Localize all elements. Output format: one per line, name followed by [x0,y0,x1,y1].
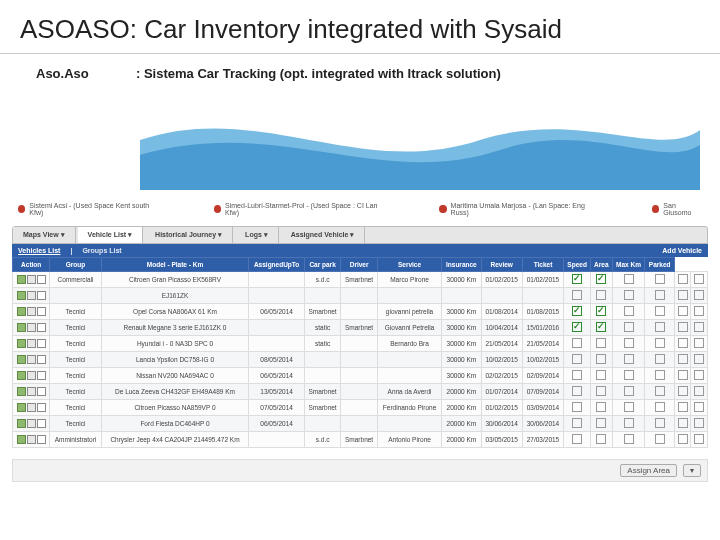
tab-logs-[interactable]: Logs ▾ [235,227,279,243]
checkbox-icon[interactable] [694,402,704,412]
delete-icon[interactable] [27,355,36,364]
edit-icon[interactable] [17,323,26,332]
view-icon[interactable] [37,323,46,332]
edit-icon[interactable] [17,419,26,428]
checkbox-icon[interactable] [572,338,582,348]
checkbox-icon[interactable] [572,274,582,284]
checkbox-icon[interactable] [596,370,606,380]
delete-icon[interactable] [27,291,36,300]
subnav-groups-list[interactable]: Groups List [82,247,121,254]
checkbox-icon[interactable] [678,418,688,428]
checkbox-icon[interactable] [596,322,606,332]
checkbox-icon[interactable] [678,290,688,300]
checkbox-icon[interactable] [678,434,688,444]
delete-icon[interactable] [27,323,36,332]
delete-icon[interactable] [27,435,36,444]
checkbox-icon[interactable] [655,418,665,428]
edit-icon[interactable] [17,387,26,396]
view-icon[interactable] [37,339,46,348]
checkbox-icon[interactable] [624,290,634,300]
checkbox-icon[interactable] [624,402,634,412]
edit-icon[interactable] [17,371,26,380]
tab-maps-view-[interactable]: Maps View ▾ [13,227,76,243]
checkbox-icon[interactable] [678,370,688,380]
checkbox-icon[interactable] [624,418,634,428]
delete-icon[interactable] [27,403,36,412]
checkbox-icon[interactable] [596,290,606,300]
checkbox-icon[interactable] [572,386,582,396]
checkbox-icon[interactable] [624,274,634,284]
view-icon[interactable] [37,275,46,284]
checkbox-icon[interactable] [694,370,704,380]
assign-area-button[interactable]: Assign Area [620,464,677,477]
assign-area-dropdown[interactable]: ▾ [683,464,701,477]
view-icon[interactable] [37,387,46,396]
checkbox-icon[interactable] [655,338,665,348]
view-icon[interactable] [37,403,46,412]
checkbox-icon[interactable] [678,322,688,332]
delete-icon[interactable] [27,387,36,396]
checkbox-icon[interactable] [694,418,704,428]
checkbox-icon[interactable] [596,386,606,396]
edit-icon[interactable] [17,355,26,364]
checkbox-icon[interactable] [694,306,704,316]
edit-icon[interactable] [17,307,26,316]
delete-icon[interactable] [27,371,36,380]
checkbox-icon[interactable] [678,274,688,284]
checkbox-icon[interactable] [596,402,606,412]
checkbox-icon[interactable] [572,290,582,300]
checkbox-icon[interactable] [678,354,688,364]
view-icon[interactable] [37,371,46,380]
checkbox-icon[interactable] [572,418,582,428]
checkbox-icon[interactable] [596,274,606,284]
checkbox-icon[interactable] [678,402,688,412]
checkbox-icon[interactable] [596,306,606,316]
checkbox-icon[interactable] [655,354,665,364]
view-icon[interactable] [37,307,46,316]
checkbox-icon[interactable] [596,354,606,364]
checkbox-icon[interactable] [572,322,582,332]
delete-icon[interactable] [27,419,36,428]
view-icon[interactable] [37,435,46,444]
tab-historical-journey-[interactable]: Historical Journey ▾ [145,227,233,243]
checkbox-icon[interactable] [572,402,582,412]
checkbox-icon[interactable] [624,354,634,364]
view-icon[interactable] [37,419,46,428]
add-vehicle-button[interactable]: Add Vehicle [662,247,702,254]
checkbox-icon[interactable] [596,434,606,444]
tab-assigned-vehicle-[interactable]: Assigned Vehicle ▾ [281,227,366,243]
checkbox-icon[interactable] [655,306,665,316]
delete-icon[interactable] [27,275,36,284]
edit-icon[interactable] [17,435,26,444]
edit-icon[interactable] [17,275,26,284]
checkbox-icon[interactable] [655,386,665,396]
checkbox-icon[interactable] [624,434,634,444]
checkbox-icon[interactable] [678,306,688,316]
checkbox-icon[interactable] [655,290,665,300]
checkbox-icon[interactable] [678,386,688,396]
checkbox-icon[interactable] [655,322,665,332]
checkbox-icon[interactable] [694,434,704,444]
edit-icon[interactable] [17,291,26,300]
checkbox-icon[interactable] [624,338,634,348]
checkbox-icon[interactable] [596,418,606,428]
checkbox-icon[interactable] [655,434,665,444]
checkbox-icon[interactable] [694,274,704,284]
delete-icon[interactable] [27,339,36,348]
checkbox-icon[interactable] [655,402,665,412]
checkbox-icon[interactable] [572,306,582,316]
checkbox-icon[interactable] [694,322,704,332]
checkbox-icon[interactable] [572,354,582,364]
checkbox-icon[interactable] [596,338,606,348]
checkbox-icon[interactable] [624,306,634,316]
checkbox-icon[interactable] [624,386,634,396]
checkbox-icon[interactable] [694,290,704,300]
checkbox-icon[interactable] [624,322,634,332]
tab-vehicle-list-[interactable]: Vehicle List ▾ [78,227,143,243]
checkbox-icon[interactable] [694,354,704,364]
checkbox-icon[interactable] [694,338,704,348]
view-icon[interactable] [37,355,46,364]
checkbox-icon[interactable] [694,386,704,396]
view-icon[interactable] [37,291,46,300]
checkbox-icon[interactable] [655,370,665,380]
